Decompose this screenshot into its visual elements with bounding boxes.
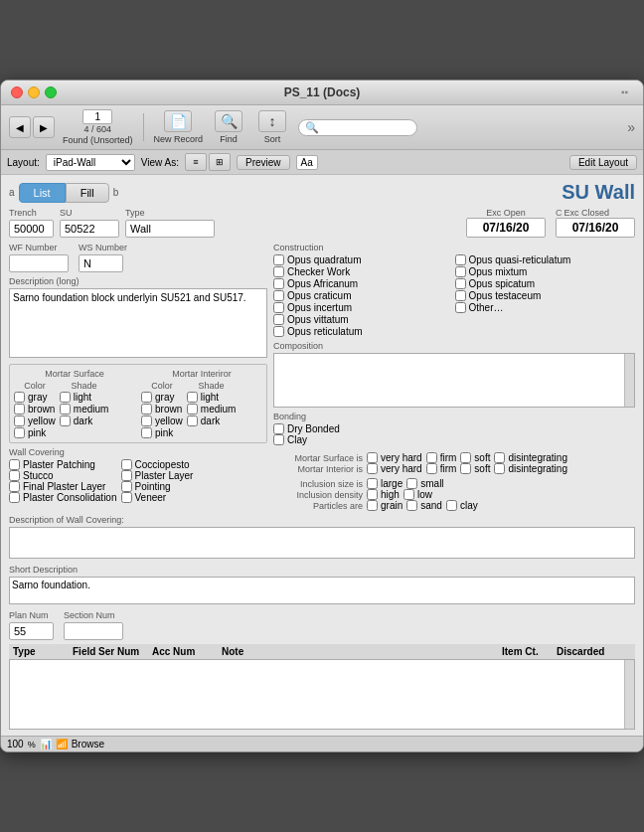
mi-firm-checkbox[interactable]: [426, 463, 437, 474]
wc-cocciopesto-checkbox[interactable]: [121, 459, 132, 470]
inc-small-checkbox[interactable]: [406, 478, 417, 489]
new-record-button[interactable]: 📄 New Record: [154, 110, 204, 144]
description-long-textarea[interactable]: Sarno foundation block underlyin SU521 a…: [9, 288, 267, 358]
clay-checkbox[interactable]: [273, 434, 284, 445]
type-input[interactable]: [125, 220, 215, 238]
wc-veneer-checkbox[interactable]: [121, 492, 132, 503]
ws-input[interactable]: [79, 254, 123, 272]
opus-testaceum-checkbox[interactable]: [455, 290, 466, 301]
wc-stucco-checkbox[interactable]: [9, 470, 20, 481]
mi-pink-checkbox[interactable]: [141, 427, 152, 438]
ms-soft-checkbox[interactable]: [460, 452, 471, 463]
opus-incertum-checkbox[interactable]: [273, 302, 284, 313]
ms-gray-checkbox[interactable]: [14, 392, 25, 403]
clay-particle-checkbox[interactable]: [446, 500, 457, 511]
mortar-interior-label: Mortar Interiror: [141, 369, 262, 379]
opus-quasi-checkbox[interactable]: [455, 254, 466, 265]
preview-button[interactable]: Preview: [237, 155, 290, 170]
mortar-interior-box: Mortar Interiror Color gray: [141, 369, 262, 438]
ms-very-hard-checkbox[interactable]: [367, 452, 378, 463]
wc-right-col: Cocciopesto Plaster Layer Pointing: [121, 459, 194, 503]
exc-closed-label: Exc Closed: [564, 208, 610, 218]
find-button[interactable]: 🔍 Find: [211, 110, 246, 144]
view-table-button[interactable]: ⊞: [209, 153, 231, 171]
ms-brown-checkbox[interactable]: [14, 404, 25, 415]
ms-firm-checkbox[interactable]: [426, 452, 437, 463]
ms-very-hard: very hard: [367, 452, 422, 463]
close-button[interactable]: [11, 86, 23, 98]
ms-medium-checkbox[interactable]: [60, 404, 71, 415]
short-description-textarea[interactable]: Sarno foundation.: [9, 577, 635, 604]
opus-quadratum-checkbox[interactable]: [273, 254, 284, 265]
record-number-input[interactable]: [82, 109, 112, 124]
sort-button[interactable]: ↕ Sort: [254, 110, 290, 144]
wf-input[interactable]: [9, 254, 69, 272]
nav-back-button[interactable]: ◀: [9, 116, 31, 138]
trench-input[interactable]: [9, 220, 54, 238]
mi-very-hard-checkbox[interactable]: [367, 463, 378, 474]
search-input[interactable]: [323, 122, 402, 133]
fill-button[interactable]: Fill: [66, 183, 109, 203]
wc-final-plaster-checkbox[interactable]: [9, 481, 20, 492]
list-button[interactable]: List: [19, 183, 66, 203]
opus-africanum-checkbox[interactable]: [273, 278, 284, 289]
cb-opus-africanum: Opus Africanum: [273, 278, 454, 289]
composition-scrollbar[interactable]: [624, 354, 634, 407]
wc-pointing-label: Pointing: [135, 481, 171, 492]
opus-reticulatum-checkbox[interactable]: [273, 326, 284, 337]
opus-vittatum-checkbox[interactable]: [273, 314, 284, 325]
mi-medium-checkbox[interactable]: [187, 404, 198, 415]
dry-bonded-checkbox[interactable]: [273, 423, 284, 434]
ms-disintegrating-checkbox[interactable]: [494, 452, 505, 463]
wc-plaster-layer-checkbox[interactable]: [121, 470, 132, 481]
nav-forward-button[interactable]: ▶: [33, 116, 55, 138]
hardness-section: Mortar Surface is very hard firm soft: [273, 452, 635, 474]
su-input[interactable]: [60, 220, 119, 238]
desc-wall-covering-label: Description of Wall Covering:: [9, 515, 635, 525]
description-long-group: Description (long) Sarno foundation bloc…: [9, 276, 267, 360]
cb-clay: Clay: [273, 434, 635, 445]
plan-section-row: Plan Num Section Num: [9, 610, 635, 640]
mi-light-checkbox[interactable]: [187, 392, 198, 403]
sand-checkbox[interactable]: [406, 500, 417, 511]
checker-work-checkbox[interactable]: [273, 266, 284, 277]
opus-spicatum-checkbox[interactable]: [455, 278, 466, 289]
desc-wall-covering-textarea[interactable]: [9, 527, 635, 559]
ms-yellow-checkbox[interactable]: [14, 416, 25, 426]
ms-pink-checkbox[interactable]: [14, 427, 25, 438]
exc-closed-input[interactable]: [556, 218, 635, 238]
inc-low-checkbox[interactable]: [403, 489, 414, 500]
minimize-button[interactable]: [28, 86, 40, 98]
section-num-input[interactable]: [64, 622, 123, 640]
search-box[interactable]: 🔍: [298, 119, 417, 136]
view-list-button[interactable]: ≡: [185, 153, 207, 171]
other-checkbox[interactable]: [455, 302, 466, 313]
edit-layout-button[interactable]: Edit Layout: [569, 155, 637, 170]
wc-plaster-patching-checkbox[interactable]: [9, 459, 20, 470]
mi-yellow-checkbox[interactable]: [141, 416, 152, 426]
aa-button[interactable]: Aa: [296, 155, 318, 170]
inc-high-checkbox[interactable]: [367, 489, 378, 500]
mi-gray-checkbox[interactable]: [141, 392, 152, 403]
wc-pointing-checkbox[interactable]: [121, 481, 132, 492]
mi-soft-checkbox[interactable]: [460, 463, 471, 474]
mi-dark-checkbox[interactable]: [187, 416, 198, 426]
toolbar: ◀ ▶ 4 / 604 Found (Unsorted) 📄 New Recor…: [1, 105, 643, 151]
maximize-button[interactable]: [45, 86, 57, 98]
th-scroll-placeholder: [621, 646, 631, 657]
exc-open-input[interactable]: [466, 218, 546, 238]
mi-disintegrating-checkbox[interactable]: [494, 463, 505, 474]
grain-checkbox[interactable]: [367, 500, 378, 511]
table-scrollbar[interactable]: [624, 660, 634, 729]
plan-num-input[interactable]: [9, 622, 54, 640]
inclusion-density-row: Inclusion density high low: [273, 489, 635, 500]
layout-select[interactable]: iPad-Wall: [46, 154, 135, 171]
ms-dark-checkbox[interactable]: [60, 416, 71, 426]
opus-craticum-checkbox[interactable]: [273, 290, 284, 301]
inc-large-checkbox[interactable]: [367, 478, 378, 489]
opus-mixtum-checkbox[interactable]: [455, 266, 466, 277]
wc-plaster-consol-checkbox[interactable]: [9, 492, 20, 503]
mortar-surface-color-shade: Color gray brown: [14, 381, 135, 438]
ms-light-checkbox[interactable]: [60, 392, 71, 403]
mi-brown-checkbox[interactable]: [141, 404, 152, 415]
